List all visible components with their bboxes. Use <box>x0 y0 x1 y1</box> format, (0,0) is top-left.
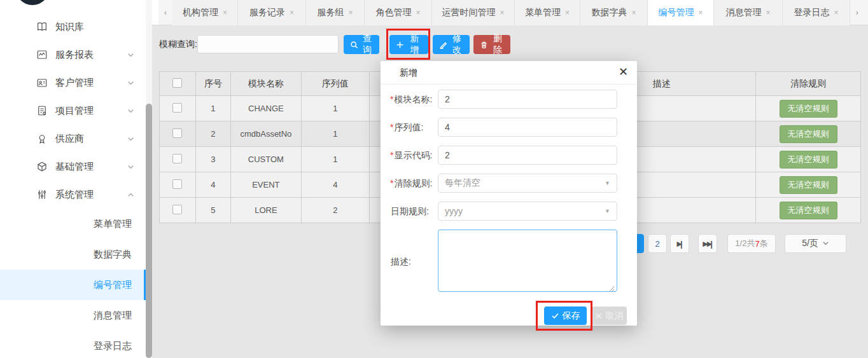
trash-icon <box>480 41 488 49</box>
tab-org-management[interactable]: 机构管理× <box>172 0 238 25</box>
close-icon[interactable]: × <box>223 8 227 17</box>
tab-scroll-right-icon[interactable]: › <box>850 0 864 25</box>
close-icon[interactable]: × <box>500 8 504 17</box>
next-page-button[interactable]: ▶| <box>670 234 689 253</box>
plus-icon <box>396 41 404 49</box>
description-label: 描述: <box>390 252 436 271</box>
sidebar-scrollbar-track[interactable] <box>146 0 152 358</box>
no-clear-rule-button[interactable]: 无清空规则 <box>780 125 837 143</box>
close-icon[interactable]: × <box>631 8 636 17</box>
display-code-input[interactable] <box>438 146 617 165</box>
row-checkbox[interactable] <box>172 128 182 138</box>
close-icon[interactable]: × <box>834 8 838 17</box>
close-icon[interactable]: × <box>290 8 294 17</box>
chevron-down-icon <box>127 134 134 144</box>
sidebar-scrollbar-thumb[interactable] <box>146 104 152 358</box>
tab-bar: ‹ 机构管理× 服务记录× 服务组× 角色管理× 运营时间管理× 菜单管理× 数… <box>152 0 868 25</box>
tab-data-dictionary[interactable]: 数据字典× <box>580 0 648 25</box>
submenu-menu-management[interactable]: 菜单管理 <box>0 209 146 239</box>
delete-button[interactable]: 删除 <box>473 35 510 54</box>
display-code-label: *显示代码: <box>390 146 436 165</box>
tab-scroll-left-icon[interactable]: ‹ <box>158 0 172 25</box>
description-textarea[interactable] <box>438 230 617 292</box>
sidebar-item-customer-management[interactable]: 客户管理 <box>0 69 146 97</box>
tab-number-management[interactable]: 编号管理× <box>648 0 714 25</box>
no-clear-rule-button[interactable]: 无清空规则 <box>780 176 837 194</box>
avatar[interactable] <box>15 0 50 5</box>
row-checkbox[interactable] <box>172 154 182 163</box>
chevron-up-icon <box>127 189 134 200</box>
chevron-down-icon <box>127 162 134 172</box>
row-checkbox[interactable] <box>172 103 182 113</box>
close-icon[interactable]: × <box>416 8 420 17</box>
no-clear-rule-button[interactable]: 无清空规则 <box>780 202 837 219</box>
close-icon[interactable]: × <box>698 8 703 17</box>
tabbar-spacer <box>152 0 158 25</box>
header-rule: 清除规则 <box>756 72 861 96</box>
last-page-button[interactable]: ▶▶| <box>698 234 717 253</box>
sidebar: 知识库 服务报表 客户管理 项目管理 <box>0 0 146 358</box>
chevron-down-icon <box>127 78 134 88</box>
save-button[interactable]: 保存 <box>544 306 587 325</box>
add-dialog: 新增 ✕ *模块名称: *序列值: *显示代码: *清除规则: 每年清空▼ 日期… <box>381 61 637 326</box>
submenu-login-log[interactable]: 登录日志 <box>0 331 146 358</box>
sidebar-item-knowledge-base[interactable]: 知识库 <box>0 13 146 41</box>
sidebar-item-label: 供应商 <box>55 133 84 145</box>
per-page-select[interactable]: 5/页 <box>785 234 846 253</box>
tab-login-log[interactable]: 登录日志× <box>783 0 850 25</box>
sidebar-item-label: 系统管理 <box>55 189 94 201</box>
sliders-icon <box>36 189 48 200</box>
submenu-data-dictionary[interactable]: 数据字典 <box>0 239 146 270</box>
add-button[interactable]: 新增 <box>389 35 428 54</box>
row-checkbox[interactable] <box>172 205 182 214</box>
no-clear-rule-button[interactable]: 无清空规则 <box>780 100 837 118</box>
total-count: 7 <box>755 239 759 249</box>
submenu-message-management[interactable]: 消息管理 <box>0 300 146 331</box>
sidebar-item-label: 项目管理 <box>55 105 94 117</box>
tab-menu-management[interactable]: 菜单管理× <box>515 0 580 25</box>
chevron-down-icon <box>127 106 134 116</box>
sidebar-item-basic-management[interactable]: 基础管理 <box>0 153 146 181</box>
close-icon[interactable]: ✕ <box>619 65 628 79</box>
header-module: 模块名称 <box>230 72 301 96</box>
no-clear-rule-button[interactable]: 无清空规则 <box>780 151 837 169</box>
submenu-number-management[interactable]: 编号管理 <box>0 270 146 300</box>
sidebar-item-supplier[interactable]: 供应商 <box>0 125 146 153</box>
report-chart-icon <box>36 49 48 60</box>
sidebar-item-project-management[interactable]: 项目管理 <box>0 97 146 125</box>
sidebar-item-service-reports[interactable]: 服务报表 <box>0 41 146 69</box>
sidebar-item-label: 服务报表 <box>55 49 94 61</box>
header-seq: 序号 <box>195 72 230 96</box>
module-name-input[interactable] <box>438 90 617 109</box>
search-button[interactable]: 查询 <box>344 35 379 54</box>
module-name-label: *模块名称: <box>390 90 436 109</box>
header-value: 序列值 <box>301 72 369 96</box>
date-rule-select[interactable]: yyyy▼ <box>438 202 617 221</box>
close-icon[interactable]: × <box>348 8 353 17</box>
close-icon[interactable]: × <box>766 8 770 17</box>
x-icon <box>595 312 603 320</box>
header-checkbox-cell <box>160 72 196 96</box>
customer-card-icon <box>36 77 48 88</box>
tab-service-records[interactable]: 服务记录× <box>238 0 306 25</box>
close-icon[interactable]: × <box>565 8 570 17</box>
select-all-checkbox[interactable] <box>172 78 182 88</box>
cancel-button[interactable]: 取消 <box>591 306 627 325</box>
sidebar-item-system-management[interactable]: 系统管理 <box>0 181 146 209</box>
date-rule-label: 日期规则: <box>390 202 436 221</box>
tab-message-management[interactable]: 消息管理× <box>714 0 783 25</box>
pencil-icon <box>439 41 447 49</box>
tab-role-management[interactable]: 角色管理× <box>365 0 432 25</box>
page-2-button[interactable]: 2 <box>648 234 667 253</box>
edit-button[interactable]: 修改 <box>433 35 470 54</box>
cube-icon <box>36 161 48 172</box>
tab-service-group[interactable]: 服务组× <box>306 0 365 25</box>
page-info: 1/2共7条 <box>727 234 776 253</box>
sequence-value-input[interactable] <box>438 118 617 137</box>
dialog-title: 新增 <box>400 61 417 85</box>
fuzzy-search-input[interactable] <box>197 35 339 53</box>
book-icon <box>36 21 48 32</box>
clear-rule-select[interactable]: 每年清空▼ <box>438 174 617 193</box>
tab-operation-time[interactable]: 运营时间管理× <box>432 0 515 25</box>
row-checkbox[interactable] <box>172 179 182 189</box>
